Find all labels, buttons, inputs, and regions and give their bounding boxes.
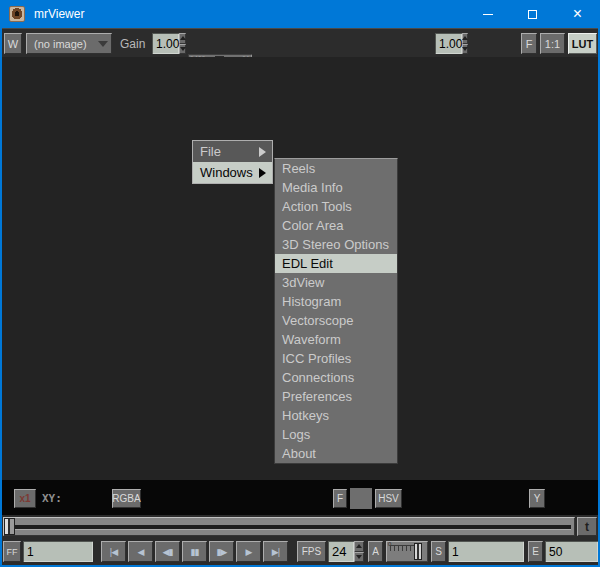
maximize-button[interactable] <box>510 0 555 28</box>
client-area: W (no image) Gain 1.00 0.150 1 64 <box>2 28 598 565</box>
image-selector-value: (no image) <box>34 38 87 50</box>
menu-item-windows[interactable]: Windows <box>193 162 272 183</box>
luminance-button[interactable]: Y <box>529 489 545 508</box>
gain-value[interactable]: 1.00 <box>152 33 179 54</box>
frame-display-mode-button[interactable]: FF <box>3 541 21 562</box>
fps-value[interactable]: 24 <box>328 541 354 562</box>
submenu-item-connections[interactable]: Connections <box>275 368 397 387</box>
submenu-item-edl-edit[interactable]: EDL Edit <box>275 254 397 273</box>
arrow-down-icon <box>462 47 468 51</box>
submenu-item-logs[interactable]: Logs <box>275 425 397 444</box>
toolbar: W (no image) Gain 1.00 0.150 1 64 <box>2 28 598 57</box>
submenu-item-reels[interactable]: Reels <box>275 159 397 178</box>
submenu-item-vectorscope[interactable]: Vectorscope <box>275 311 397 330</box>
fps-spinner[interactable]: 24 <box>328 541 364 562</box>
timeline-slider[interactable] <box>3 517 575 536</box>
chevron-down-icon <box>98 41 108 47</box>
step-back-button[interactable]: ◀▮ <box>155 541 180 562</box>
arrow-down-icon <box>180 47 186 51</box>
timeline-display-button[interactable]: t <box>577 517 597 536</box>
start-frame-input[interactable]: 1 <box>448 541 524 562</box>
menu-item-file[interactable]: File <box>193 141 272 162</box>
minimize-icon <box>483 14 493 15</box>
submenu-item-media-info[interactable]: Media Info <box>275 178 397 197</box>
gain-increment-button[interactable] <box>179 33 186 44</box>
mrviewer-window: mrViewer × W (no image) Gain 1.00 <box>0 0 600 567</box>
titlebar[interactable]: mrViewer × <box>0 0 600 28</box>
gamma-decrement-button[interactable] <box>462 44 468 55</box>
image-selector-dropdown[interactable]: (no image) <box>26 33 112 54</box>
timeline-handle[interactable] <box>5 519 14 534</box>
stop-button[interactable]: ▮▮ <box>182 541 207 562</box>
flip-button[interactable]: F <box>521 33 537 54</box>
submenu-item-about[interactable]: About <box>275 444 397 463</box>
submenu-item-waveform[interactable]: Waveform <box>275 330 397 349</box>
minimize-button[interactable] <box>465 0 510 28</box>
gain-spinner[interactable]: 1.00 <box>152 33 186 54</box>
gamma-spinner[interactable]: 1.00 <box>435 33 467 54</box>
arrow-down-icon <box>356 555 362 559</box>
submenu-item-3dview[interactable]: 3dView <box>275 273 397 292</box>
submenu-item-preferences[interactable]: Preferences <box>275 387 397 406</box>
submenu-item-icc-profiles[interactable]: ICC Profiles <box>275 349 397 368</box>
current-frame-input[interactable]: 1 <box>23 541 93 562</box>
submenu-item-histogram[interactable]: Histogram <box>275 292 397 311</box>
start-frame-button[interactable]: S <box>431 541 446 562</box>
arrow-up-icon <box>462 36 468 40</box>
gain-label: Gain <box>120 33 145 54</box>
fps-button[interactable]: FPS <box>297 541 326 562</box>
context-menu: File Windows <box>192 140 273 184</box>
submenu-arrow-icon <box>259 147 266 157</box>
menu-item-label: Windows <box>200 165 253 180</box>
fps-increment-button[interactable] <box>354 541 364 552</box>
end-frame-input[interactable]: 50 <box>545 541 598 562</box>
volume-ticks <box>390 545 418 551</box>
app-icon <box>9 6 25 22</box>
gamma-value[interactable]: 1.00 <box>435 33 462 54</box>
volume-slider[interactable]: 0 <box>386 541 428 562</box>
window-title: mrViewer <box>34 7 84 21</box>
submenu-item-color-area[interactable]: Color Area <box>275 216 397 235</box>
arrow-up-icon <box>356 544 362 548</box>
windows-submenu: Reels Media Info Action Tools Color Area… <box>274 158 398 464</box>
submenu-arrow-icon <box>259 168 266 178</box>
zoom-level-button[interactable]: x1 <box>14 489 36 508</box>
menu-item-label: File <box>200 144 221 159</box>
pixel-color-swatch <box>350 488 372 509</box>
fps-decrement-button[interactable] <box>354 552 364 563</box>
close-icon: × <box>573 5 582 23</box>
timeline-row: t <box>2 515 598 538</box>
go-to-end-button[interactable]: ▶| <box>263 541 288 562</box>
audio-mute-button[interactable]: A <box>368 541 383 562</box>
go-to-start-button[interactable]: |◀ <box>101 541 126 562</box>
submenu-item-3d-stereo-options[interactable]: 3D Stereo Options <box>275 235 397 254</box>
xy-coords-label: XY: <box>42 489 62 508</box>
one-to-one-button[interactable]: 1:1 <box>540 33 565 54</box>
maximize-icon <box>528 10 537 19</box>
end-frame-button[interactable]: E <box>528 541 543 562</box>
pixel-statusbar: x1 XY: RGBA F HSV Y <box>2 480 598 515</box>
play-button[interactable]: ▶ <box>236 541 261 562</box>
timeline-groove <box>7 525 571 529</box>
float-values-button[interactable]: F <box>333 489 347 508</box>
close-button[interactable]: × <box>555 0 600 28</box>
submenu-item-action-tools[interactable]: Action Tools <box>275 197 397 216</box>
rgba-button[interactable]: RGBA <box>112 489 141 508</box>
gamma-increment-button[interactable] <box>462 33 468 44</box>
hsv-button[interactable]: HSV <box>375 489 402 508</box>
window-list-button[interactable]: W <box>4 33 22 54</box>
play-backwards-button[interactable]: ◀ <box>128 541 153 562</box>
volume-handle[interactable] <box>415 544 421 559</box>
playback-bar: FF 1 |◀ ◀ ◀▮ ▮▮ ▮▶ ▶ ▶| FPS 24 A 0 <box>2 538 598 565</box>
gain-decrement-button[interactable] <box>179 44 186 55</box>
arrow-up-icon <box>180 36 186 40</box>
step-forward-button[interactable]: ▮▶ <box>209 541 234 562</box>
submenu-item-hotkeys[interactable]: Hotkeys <box>275 406 397 425</box>
lut-button[interactable]: LUT <box>568 33 597 54</box>
